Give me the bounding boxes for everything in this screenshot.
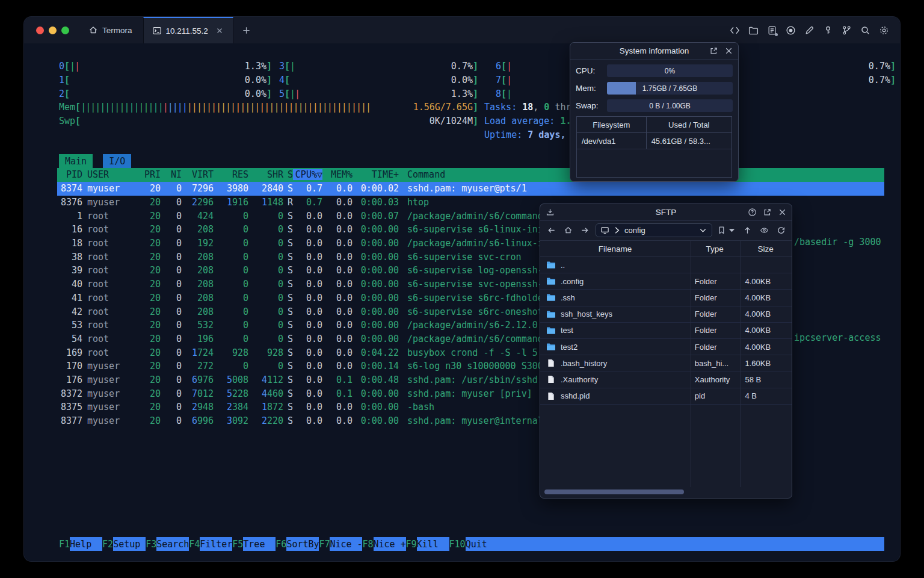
sftp-titlebar[interactable]: SFTP: [540, 204, 792, 221]
branch-icon[interactable]: [841, 25, 852, 36]
column-header-pid[interactable]: PID: [57, 169, 82, 180]
file-name: ssh_host_keys: [561, 309, 612, 319]
show-hidden-icon[interactable]: [758, 224, 770, 237]
column-header-cpu[interactable]: CPU%▽: [293, 169, 322, 180]
stat-row-mem: Mem:1.75GB / 7.65GB: [570, 82, 738, 95]
column-divider[interactable]: [741, 240, 741, 487]
file-row-..[interactable]: ..: [540, 257, 792, 273]
column-header-pri[interactable]: PRI: [139, 169, 161, 180]
file-row-.bash_history[interactable]: .bash_historybash_hi...1.60KB: [540, 355, 792, 371]
close-icon[interactable]: [778, 208, 787, 217]
key-icon[interactable]: [822, 25, 833, 36]
fkey-action-kill[interactable]: Kill: [417, 537, 449, 551]
file-size: 1.60KB: [739, 359, 792, 368]
minimize-window-button[interactable]: [49, 26, 57, 34]
file-size: 58 B: [739, 375, 792, 384]
process-row-8374[interactable]: 8374myuser200729639802840S0.70.00:00.02s…: [57, 182, 884, 196]
new-tab-button[interactable]: [233, 17, 259, 43]
column-header-ni[interactable]: NI: [161, 169, 182, 180]
notes-icon[interactable]: [766, 25, 777, 36]
fkey-bar-filler: [498, 537, 884, 551]
back-icon[interactable]: [545, 224, 557, 237]
code-icon[interactable]: [729, 25, 740, 36]
fkey-action-tree[interactable]: Tree: [243, 537, 276, 551]
close-icon[interactable]: [724, 46, 733, 55]
app-window: Termora 10.211.55.2 0[||1.3%]1[0.0%]2[0.…: [24, 17, 900, 561]
title-bar: Termora 10.211.55.2: [24, 17, 900, 43]
cpu-meter-1: 1[0.0%]: [59, 73, 272, 87]
system-information-titlebar[interactable]: System information: [570, 43, 738, 60]
cpu-meter-0: 0[||1.3%]: [59, 60, 272, 73]
file-name: .ssh: [561, 293, 575, 302]
scrollbar-thumb[interactable]: [544, 489, 684, 494]
search-icon[interactable]: [860, 25, 870, 36]
help-icon[interactable]: [748, 208, 757, 217]
command-fragment: ipcserver-access: [794, 332, 881, 343]
column-divider[interactable]: [691, 240, 691, 487]
column-header-res[interactable]: RES: [214, 169, 248, 180]
tab-terminal-label: 10.211.55.2: [166, 26, 208, 36]
up-directory-icon[interactable]: [741, 224, 753, 237]
pencil-icon[interactable]: [804, 25, 815, 36]
stat-row-swap: Swap:0 B / 1.00GB: [570, 99, 738, 112]
file-row-.ssh[interactable]: .sshFolder4.00KB: [540, 290, 792, 306]
folder-icon: [546, 261, 556, 269]
close-tab-icon[interactable]: [215, 26, 224, 36]
bookmark-icon[interactable]: [717, 224, 726, 237]
file-type: Folder: [690, 343, 740, 352]
fkey-action-search[interactable]: Search: [156, 537, 189, 551]
fkey-f7: F7: [319, 537, 330, 551]
forward-icon[interactable]: [579, 224, 591, 237]
open-external-icon[interactable]: [709, 46, 718, 55]
filesystem-table-header: Filesystem Used / Total: [577, 117, 732, 133]
file-row-test2[interactable]: test2Folder4.00KB: [540, 339, 792, 355]
file-icon: [546, 392, 556, 400]
filesystem-row[interactable]: /dev/vda1 45.61GB / 58.3...: [577, 133, 732, 149]
fkey-action-setup[interactable]: Setup: [113, 537, 146, 551]
column-header-time[interactable]: TIME+: [353, 169, 399, 180]
file-name: test: [561, 326, 573, 335]
column-header-s[interactable]: S: [283, 169, 293, 180]
refresh-icon[interactable]: [775, 224, 787, 237]
file-row-test[interactable]: testFolder4.00KB: [540, 323, 792, 339]
file-row-ssh_host_keys[interactable]: ssh_host_keysFolder4.00KB: [540, 306, 792, 323]
home-icon[interactable]: [562, 224, 574, 237]
chevron-down-icon[interactable]: [698, 226, 707, 235]
fkey-action-help[interactable]: Help: [70, 537, 102, 551]
file-row-sshd.pid[interactable]: sshd.pidpid4 B: [540, 388, 792, 405]
record-icon[interactable]: [785, 25, 796, 36]
cpu-meter-3: 3[|0.7%]: [279, 60, 478, 73]
file-list: Filename Type Size ...configFolder4.00KB…: [540, 240, 792, 487]
file-row-.Xauthority[interactable]: .XauthorityXauthority58 B: [540, 371, 792, 388]
settings-icon[interactable]: [878, 25, 889, 36]
fkey-action-quit[interactable]: Quit: [466, 537, 498, 551]
tab-home[interactable]: Termora: [78, 17, 143, 43]
folder-icon[interactable]: [748, 25, 759, 36]
open-external-icon[interactable]: [763, 208, 772, 217]
path-breadcrumb[interactable]: config: [596, 223, 712, 237]
filesystem-name: /dev/vda1: [577, 133, 647, 149]
column-header-mem[interactable]: MEM%: [322, 169, 353, 180]
file-row-.config[interactable]: .configFolder4.00KB: [540, 273, 792, 290]
zoom-window-button[interactable]: [61, 26, 69, 34]
fkey-action-nice-+[interactable]: Nice +: [374, 537, 406, 551]
column-header-shr[interactable]: SHR: [248, 169, 283, 180]
filename-column-header[interactable]: Filename: [540, 244, 690, 253]
folder-icon: [546, 326, 556, 335]
type-column-header[interactable]: Type: [690, 244, 740, 253]
tab-terminal-session[interactable]: 10.211.55.2: [143, 17, 233, 43]
htop-tab-io[interactable]: I/O: [103, 154, 131, 168]
bookmark-dropdown-icon[interactable]: [727, 226, 736, 235]
column-header-virt[interactable]: VIRT: [182, 169, 214, 180]
column-header-user[interactable]: USER: [82, 169, 139, 180]
size-column-header[interactable]: Size: [739, 244, 792, 253]
fkey-action-sortby[interactable]: SortBy: [286, 537, 319, 551]
htop-tab-main[interactable]: Main: [59, 154, 93, 168]
fkey-action-filter[interactable]: Filter: [200, 537, 232, 551]
file-icon: [546, 359, 556, 367]
fkey-f3: F3: [146, 537, 156, 551]
file-type: pid: [690, 391, 740, 400]
horizontal-scrollbar[interactable]: [540, 489, 792, 495]
fkey-action-nice--[interactable]: Nice -: [330, 537, 362, 551]
close-window-button[interactable]: [36, 26, 44, 34]
